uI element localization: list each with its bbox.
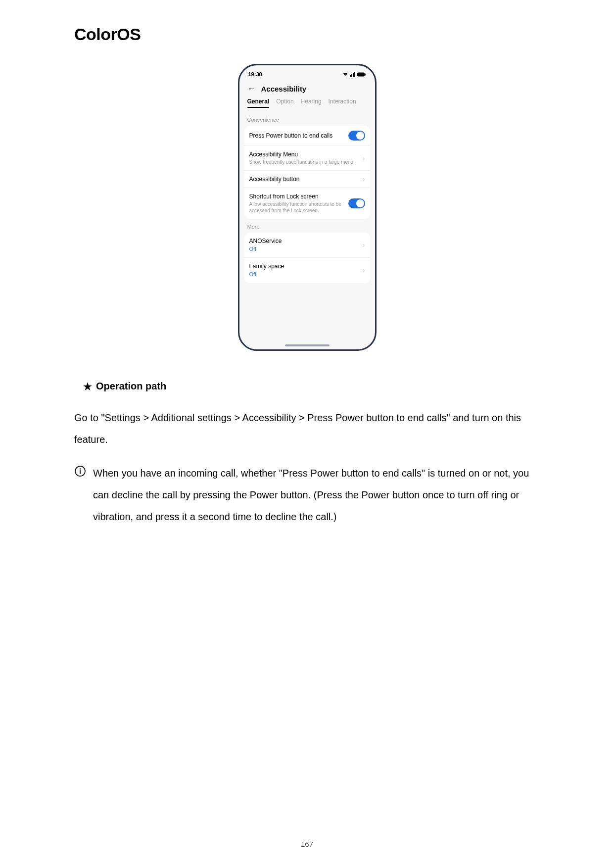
status-icons bbox=[342, 72, 366, 77]
chevron-right-icon: › bbox=[363, 155, 365, 162]
operation-path-heading: ★ Operation path bbox=[83, 381, 540, 392]
tab-general[interactable]: General bbox=[247, 98, 270, 108]
row-content: Accessibility Menu Show frequently used … bbox=[249, 151, 359, 165]
status-time: 19:30 bbox=[248, 71, 262, 77]
row-title: ANOService bbox=[249, 238, 359, 244]
row-content: Shortcut from Lock screen Allow accessib… bbox=[249, 193, 344, 214]
tab-option[interactable]: Option bbox=[276, 98, 293, 108]
back-icon[interactable]: ← bbox=[247, 84, 256, 93]
brand-logo: ColorOS bbox=[74, 25, 540, 44]
home-indicator bbox=[285, 344, 330, 346]
svg-rect-5 bbox=[365, 73, 366, 75]
screen-titlebar: ← Accessibility bbox=[244, 80, 370, 98]
tab-interaction[interactable]: Interaction bbox=[329, 98, 356, 108]
toggle-switch[interactable] bbox=[348, 131, 365, 141]
row-content: Press Power button to end calls bbox=[249, 132, 344, 139]
status-bar: 19:30 bbox=[244, 70, 370, 80]
row-status: Off bbox=[249, 245, 359, 252]
row-shortcut-lock-screen[interactable]: Shortcut from Lock screen Allow accessib… bbox=[244, 188, 370, 219]
row-title: Accessibility Menu bbox=[249, 151, 359, 158]
row-accessibility-button[interactable]: Accessibility button › bbox=[244, 171, 370, 188]
operation-path-label: Operation path bbox=[96, 381, 166, 392]
svg-rect-1 bbox=[351, 74, 352, 77]
settings-list-more: ANOService Off › Family space Off › bbox=[244, 233, 370, 283]
info-icon bbox=[74, 465, 86, 477]
row-family-space[interactable]: Family space Off › bbox=[244, 258, 370, 283]
chevron-right-icon: › bbox=[363, 241, 365, 248]
wifi-icon bbox=[342, 72, 348, 77]
svg-rect-4 bbox=[357, 72, 365, 76]
svg-rect-8 bbox=[80, 470, 81, 474]
battery-icon bbox=[357, 72, 366, 77]
info-note-block: When you have an incoming call, whether … bbox=[74, 462, 540, 528]
screen-title: Accessibility bbox=[261, 85, 307, 93]
row-title: Press Power button to end calls bbox=[249, 132, 344, 139]
section-label-convenience: Convenience bbox=[244, 112, 370, 126]
row-anoservice[interactable]: ANOService Off › bbox=[244, 233, 370, 258]
row-power-end-calls[interactable]: Press Power button to end calls bbox=[244, 126, 370, 146]
chevron-right-icon: › bbox=[363, 176, 365, 183]
row-title: Shortcut from Lock screen bbox=[249, 193, 344, 200]
row-subtitle: Allow accessibility function shortcuts t… bbox=[249, 201, 344, 214]
phone-illustration-wrap: 19:30 ← Accessibility General Option Hea… bbox=[74, 64, 540, 351]
section-label-more: More bbox=[244, 219, 370, 233]
row-status: Off bbox=[249, 271, 359, 278]
row-accessibility-menu[interactable]: Accessibility Menu Show frequently used … bbox=[244, 146, 370, 171]
chevron-right-icon: › bbox=[363, 267, 365, 274]
operation-path-body: Go to "Settings > Additional settings > … bbox=[74, 407, 540, 450]
svg-rect-2 bbox=[353, 73, 354, 77]
tab-bar: General Option Hearing Interaction bbox=[244, 98, 370, 112]
row-title: Family space bbox=[249, 263, 359, 270]
signal-icon bbox=[350, 72, 356, 77]
info-note-text: When you have an incoming call, whether … bbox=[93, 462, 540, 528]
row-subtitle: Show frequently used functions in a larg… bbox=[249, 159, 359, 165]
tab-hearing[interactable]: Hearing bbox=[301, 98, 322, 108]
row-content: ANOService Off bbox=[249, 238, 359, 252]
row-title: Accessibility button bbox=[249, 176, 359, 183]
row-content: Family space Off bbox=[249, 263, 359, 278]
row-content: Accessibility button bbox=[249, 176, 359, 183]
toggle-switch[interactable] bbox=[348, 198, 365, 208]
settings-list-convenience: Press Power button to end calls Accessib… bbox=[244, 126, 370, 219]
svg-rect-0 bbox=[350, 75, 351, 77]
star-icon: ★ bbox=[83, 382, 92, 391]
document-page: ColorOS 19:30 ← Accessibility General Op… bbox=[0, 0, 614, 868]
svg-point-7 bbox=[80, 468, 81, 469]
svg-rect-3 bbox=[354, 72, 355, 77]
phone-frame: 19:30 ← Accessibility General Option Hea… bbox=[238, 64, 377, 351]
page-number: 167 bbox=[0, 840, 614, 848]
